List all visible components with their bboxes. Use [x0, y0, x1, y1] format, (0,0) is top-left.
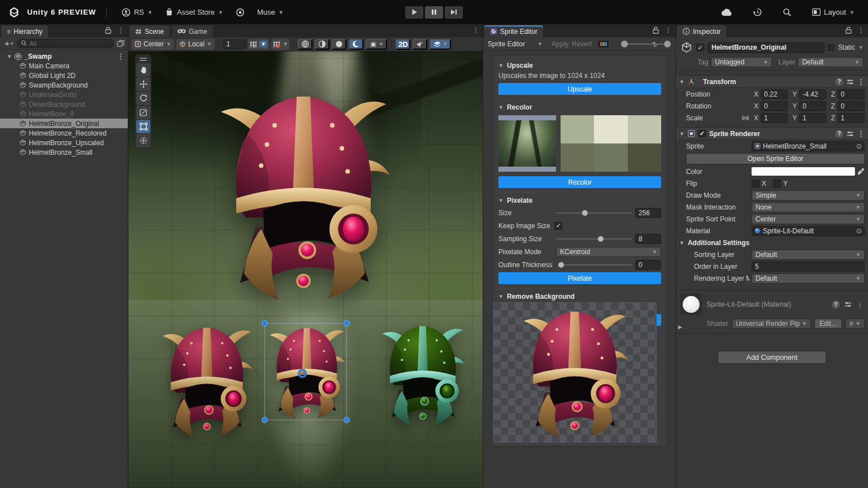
version-control-button[interactable] — [231, 6, 249, 19]
foldout-icon[interactable]: ▼ — [679, 131, 684, 137]
search-button[interactable] — [778, 6, 796, 19]
create-object-button[interactable]: + ▾ — [3, 38, 14, 48]
upscale-header[interactable]: ▼ Upscale — [498, 60, 661, 71]
lock-icon[interactable] — [653, 27, 659, 34]
hierarchy-item[interactable]: Main Camera — [0, 61, 128, 71]
foldout-icon[interactable]: ▼ — [679, 240, 684, 246]
hand-tool[interactable] — [136, 63, 150, 77]
recolor-reference-image[interactable] — [498, 115, 556, 172]
palette-swatch[interactable] — [561, 143, 594, 172]
hierarchy-item[interactable]: HelmetBronze_Small — [0, 147, 128, 157]
hierarchy-item[interactable]: SwampBackground — [0, 80, 128, 90]
history-button[interactable] — [748, 5, 767, 19]
upscale-button[interactable]: Upscale — [498, 83, 661, 95]
flip-y-checkbox[interactable] — [773, 180, 781, 188]
fx-dropdown-button[interactable]: ▼ — [366, 39, 387, 50]
hierarchy-search-input[interactable] — [29, 40, 110, 47]
tab-inspector[interactable]: Inspector — [677, 25, 726, 37]
lock-icon[interactable] — [105, 27, 111, 34]
static-checkbox[interactable] — [828, 44, 835, 51]
transform-header[interactable]: ▼ Transform ? ⋮ — [676, 75, 868, 88]
pixelate-header[interactable]: ▼ Pixelate — [498, 195, 661, 206]
zoom-slider-handle[interactable] — [621, 41, 628, 47]
visibility-dropdown-button[interactable]: ▼ — [429, 39, 451, 50]
helmet-large-sprite[interactable] — [207, 82, 400, 308]
add-component-button[interactable]: Add Component — [718, 351, 826, 364]
hierarchy-item-selected[interactable]: HelmetBronze_Original — [0, 119, 128, 128]
layout-menu[interactable]: Layout ▼ — [808, 6, 859, 19]
recolor-header[interactable]: ▼ Recolor — [498, 102, 661, 113]
lock-icon[interactable] — [845, 27, 852, 34]
tab-sprite-editor[interactable]: Sprite Editor — [484, 25, 543, 37]
material-preview[interactable] — [680, 294, 702, 315]
tag-dropdown[interactable]: Untagged ▼ — [711, 57, 772, 67]
remove-background-header[interactable]: ▼ Remove Background — [498, 291, 661, 302]
position-z-input[interactable] — [837, 89, 865, 99]
component-enabled-checkbox[interactable]: ✓ — [698, 130, 706, 137]
rotate-tool[interactable] — [136, 91, 150, 105]
presets-icon[interactable] — [844, 301, 852, 308]
outline-value-input[interactable] — [635, 260, 661, 270]
component-menu-icon[interactable]: ⋮ — [856, 300, 863, 309]
transform-tool[interactable] — [136, 134, 150, 147]
open-sprite-editor-button[interactable]: Open Sprite Editor — [686, 153, 865, 164]
muse-menu[interactable]: Muse ▼ — [253, 6, 288, 19]
hierarchy-item[interactable]: HelmetBone_0 — [0, 109, 128, 119]
outline-slider-handle[interactable] — [558, 262, 564, 268]
apply-button[interactable]: Apply — [552, 40, 568, 48]
scale-y-input[interactable] — [799, 113, 826, 123]
palette-swatch[interactable] — [594, 143, 627, 172]
hierarchy-item[interactable]: DesertBackground — [0, 99, 128, 109]
rotation-x-input[interactable] — [761, 101, 788, 111]
sprite-preview[interactable] — [493, 302, 657, 443]
scene-menu-icon[interactable]: ⋮ — [117, 52, 124, 60]
help-icon[interactable]: ? — [835, 78, 843, 86]
helmet-recolored-sprite[interactable] — [155, 321, 258, 440]
pivot-dropdown[interactable]: Center ▼ — [132, 39, 174, 50]
outline-slider[interactable] — [558, 261, 632, 269]
step-button[interactable] — [445, 6, 463, 19]
rect-selection-gizmo[interactable] — [262, 320, 350, 423]
tab-scene[interactable]: Scene — [129, 25, 170, 37]
sort-point-dropdown[interactable]: Center ▼ — [752, 214, 865, 224]
mute-audio-button[interactable] — [413, 39, 427, 50]
component-menu-icon[interactable]: ⋮ — [857, 77, 865, 86]
rendering-layer-dropdown[interactable]: Default ▼ — [752, 273, 865, 284]
increment-snap-dropdown[interactable]: ▼ — [271, 39, 289, 50]
palette-swatch[interactable] — [628, 115, 661, 143]
component-menu-icon[interactable]: ⋮ — [857, 129, 865, 138]
gizmo-handle[interactable] — [344, 417, 350, 423]
panel-menu-icon[interactable]: ⋮ — [857, 26, 865, 34]
order-in-layer-input[interactable] — [752, 262, 865, 272]
overlay-drag-handle[interactable] — [136, 56, 150, 63]
size-slider[interactable] — [556, 209, 632, 217]
sprite-object-field[interactable]: HelmetBronze_Small ⊙ — [752, 141, 865, 151]
sprite-editor-mode-dropdown[interactable]: Sprite Editor ▼ — [488, 40, 542, 48]
asset-store-menu[interactable]: Asset Store ▼ — [160, 6, 228, 19]
tab-hierarchy[interactable]: ≡ Hierarchy — [1, 25, 48, 37]
palette-swatch[interactable] — [628, 143, 661, 172]
scene-picker-icon[interactable] — [117, 40, 124, 47]
gizmo-handle[interactable] — [262, 320, 268, 326]
sampling-slider[interactable] — [556, 235, 632, 243]
gizmo-handle[interactable] — [262, 417, 268, 423]
panel-menu-icon[interactable]: ⋮ — [665, 26, 672, 34]
skybox-toggle-button[interactable] — [349, 39, 363, 50]
lighting-toggle-button[interactable] — [315, 39, 329, 50]
account-menu[interactable]: RS ▼ — [117, 6, 157, 19]
size-value-input[interactable] — [635, 208, 661, 218]
grid-snap-dropdown[interactable]: Y ▼ — [248, 39, 270, 50]
material-foldout-icon[interactable]: ▶ — [678, 324, 682, 330]
grid-size-input[interactable] — [223, 40, 246, 49]
gizmo-handle[interactable] — [344, 320, 350, 326]
sorting-layer-dropdown[interactable]: Default ▼ — [752, 250, 865, 260]
mip-slider-handle[interactable] — [664, 41, 671, 47]
revert-button[interactable]: Revert — [572, 40, 592, 48]
help-icon[interactable]: ? — [835, 130, 843, 138]
scale-tool[interactable] — [136, 106, 150, 119]
active-checkbox[interactable]: ✓ — [696, 43, 704, 51]
layer-dropdown[interactable]: Default ▼ — [798, 57, 863, 67]
shader-options-dropdown[interactable]: ≡ ▼ — [845, 319, 865, 329]
pixelate-button[interactable]: Pixelate — [498, 272, 661, 284]
gameobject-name-input[interactable] — [708, 42, 824, 53]
